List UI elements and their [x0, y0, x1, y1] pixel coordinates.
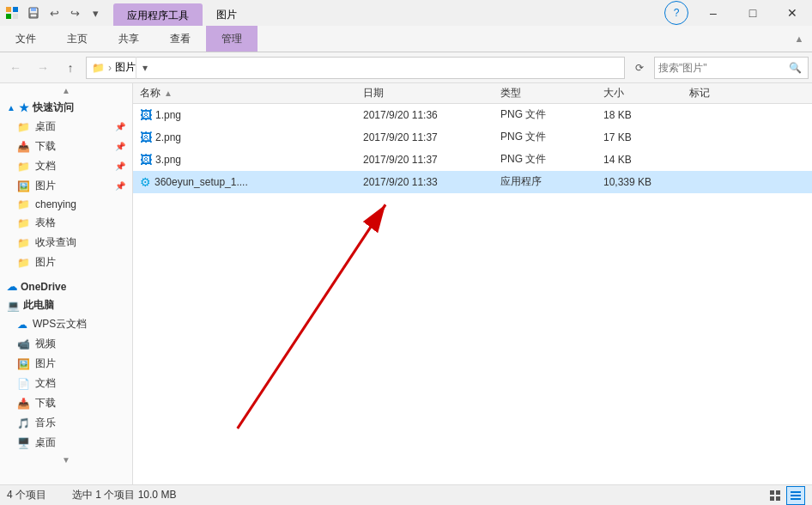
- col-size-header[interactable]: 大小: [597, 86, 682, 100]
- col-mark-header[interactable]: 标记: [682, 86, 812, 100]
- sidebar-onedrive-header[interactable]: ☁ OneDrive: [0, 277, 132, 295]
- file-name-3png: 🖼 3.png: [133, 153, 356, 167]
- address-dropdown[interactable]: ▾: [136, 57, 153, 79]
- nav-back-button[interactable]: ←: [3, 56, 27, 80]
- file-date-3png: 2017/9/20 11:37: [356, 154, 494, 166]
- maximize-button[interactable]: □: [733, 0, 773, 26]
- svg-rect-12: [776, 496, 780, 501]
- help-button[interactable]: ?: [664, 1, 688, 25]
- view-details-button[interactable]: [786, 486, 805, 505]
- quick-access-toolbar: ↩ ↪ ▾: [0, 3, 105, 22]
- pin-icon: 📌: [115, 122, 125, 131]
- pin-icon: 📌: [115, 181, 125, 191]
- svg-rect-13: [791, 491, 801, 493]
- sidebar-item-desktop[interactable]: 📁 桌面 📌: [0, 117, 132, 137]
- refresh-button[interactable]: ⟳: [628, 57, 651, 79]
- sidebar-pc-header[interactable]: 💻 此电脑: [0, 295, 132, 314]
- svg-rect-15: [791, 498, 801, 500]
- download-icon: 📥: [17, 398, 30, 410]
- file-date-1png: 2017/9/20 11:36: [356, 109, 494, 121]
- cloud-icon: ☁: [17, 319, 27, 331]
- tab-pictures-title[interactable]: 图片: [203, 3, 251, 26]
- file-type-2png: PNG 文件: [494, 130, 597, 144]
- sidebar-item-collection[interactable]: 📁 收录查询: [0, 233, 132, 252]
- window-icon: [5, 6, 19, 20]
- sidebar-item-desktop2[interactable]: 🖥️ 桌面: [0, 433, 132, 453]
- file-type-1png: PNG 文件: [494, 107, 597, 122]
- sidebar-item-pictures2[interactable]: 📁 图片: [0, 252, 132, 272]
- file-name-1png: 🖼 1.png: [133, 108, 356, 122]
- file-type-3png: PNG 文件: [494, 152, 597, 167]
- filelist-body: 🖼 1.png 2017/9/20 11:36 PNG 文件 18 KB: [133, 104, 812, 484]
- sidebar-item-documents[interactable]: 📁 文档 📌: [0, 156, 132, 176]
- folder-doc-icon: 📁: [17, 161, 30, 173]
- search-input[interactable]: [658, 62, 785, 74]
- titlebar-tabs: 应用程序工具 图片: [105, 0, 664, 26]
- image-icon: 🖼️: [17, 358, 30, 370]
- svg-rect-3: [13, 14, 18, 19]
- folder-icon2: 📁: [17, 198, 30, 210]
- ribbon-tab-file[interactable]: 文件: [0, 26, 52, 52]
- folder-icon5: 📁: [17, 257, 30, 269]
- filelist: 名称 ▲ 日期 类型 大小 标记: [133, 83, 812, 484]
- file-row-2png[interactable]: 🖼 2.png 2017/9/20 11:37 PNG 文件 17 KB: [133, 126, 812, 149]
- minimize-button[interactable]: –: [694, 0, 733, 26]
- ribbon-spacer: [258, 26, 786, 52]
- window-controls: ? – □ ✕: [664, 0, 812, 26]
- nav-up-button[interactable]: ↑: [58, 56, 82, 80]
- svg-rect-1: [13, 7, 18, 12]
- sidebar-item-tables[interactable]: 📁 表格: [0, 213, 132, 233]
- ribbon-tab-home[interactable]: 主页: [52, 26, 103, 52]
- qat-dropdown[interactable]: ▾: [86, 3, 105, 22]
- file-row-360setup[interactable]: ⚙ 360eyun_setup_1.... 2017/9/20 11:33 应用…: [133, 171, 812, 193]
- sidebar-scroll-down[interactable]: ▼: [0, 453, 132, 466]
- ribbon-tabs: 文件 主页 共享 查看 管理 ▲: [0, 26, 812, 52]
- search-box[interactable]: 🔍: [654, 57, 809, 79]
- sidebar-item-pictures[interactable]: 🖼️ 图片 📌: [0, 176, 132, 196]
- svg-rect-10: [776, 490, 780, 495]
- col-name-header[interactable]: 名称 ▲: [133, 86, 356, 100]
- svg-rect-2: [6, 14, 11, 19]
- address-bar[interactable]: 📁 › 图片 ▾: [86, 57, 625, 79]
- sidebar-item-video[interactable]: 📹 视频: [0, 334, 132, 354]
- video-icon: 📹: [17, 338, 30, 350]
- ribbon-tab-share[interactable]: 共享: [103, 26, 155, 52]
- qat-save[interactable]: [24, 3, 43, 22]
- tab-manage-tools[interactable]: 应用程序工具: [113, 3, 203, 27]
- sidebar-item-downloads2[interactable]: 📥 下载: [0, 393, 132, 413]
- col-type-header[interactable]: 类型: [494, 86, 597, 100]
- svg-rect-6: [30, 14, 37, 17]
- close-button[interactable]: ✕: [773, 0, 812, 26]
- file-size-1png: 18 KB: [597, 109, 682, 121]
- sidebar-item-wps-cloud[interactable]: ☁ WPS云文档: [0, 314, 132, 334]
- sort-arrow: ▲: [164, 88, 173, 98]
- folder-icon4: 📁: [17, 237, 30, 249]
- sidebar: ▲ ▲ ★ 快速访问 📁 桌面 📌 📥 下载 📌 📁 文档 📌: [0, 83, 133, 484]
- sidebar-scroll-up[interactable]: ▲: [0, 83, 132, 97]
- sidebar-item-pictures3[interactable]: 🖼️ 图片: [0, 354, 132, 374]
- ribbon-tab-view[interactable]: 查看: [155, 26, 206, 52]
- sidebar-item-chenying[interactable]: 📁 chenying: [0, 196, 132, 213]
- svg-rect-9: [770, 490, 774, 495]
- sidebar-item-downloads[interactable]: 📥 下载 📌: [0, 137, 132, 156]
- sidebar-quickaccess-header[interactable]: ▲ ★ 快速访问: [0, 97, 132, 117]
- view-grid-button[interactable]: [766, 486, 785, 505]
- pin-icon: 📌: [115, 161, 125, 171]
- file-row-1png[interactable]: 🖼 1.png 2017/9/20 11:36 PNG 文件 18 KB: [133, 104, 812, 126]
- qat-undo[interactable]: ↩: [45, 3, 64, 22]
- ribbon-tab-manage[interactable]: 管理: [206, 26, 258, 52]
- svg-rect-14: [791, 495, 801, 496]
- doc-icon: 📄: [17, 378, 30, 390]
- address-separator: ›: [108, 62, 112, 74]
- col-date-header[interactable]: 日期: [356, 86, 494, 100]
- qat-redo[interactable]: ↪: [65, 3, 84, 22]
- nav-forward-button[interactable]: →: [31, 56, 55, 80]
- sidebar-item-music[interactable]: 🎵 音乐: [0, 413, 132, 433]
- file-row-3png[interactable]: 🖼 3.png 2017/9/20 11:37 PNG 文件 14 KB: [133, 149, 812, 171]
- address-current: 图片: [115, 60, 136, 75]
- search-icon[interactable]: 🔍: [785, 58, 804, 77]
- ribbon-collapse-btn[interactable]: ▲: [786, 26, 812, 52]
- folder-pic-icon: 🖼️: [17, 180, 30, 192]
- svg-rect-0: [6, 7, 11, 12]
- sidebar-item-documents2[interactable]: 📄 文档: [0, 374, 132, 393]
